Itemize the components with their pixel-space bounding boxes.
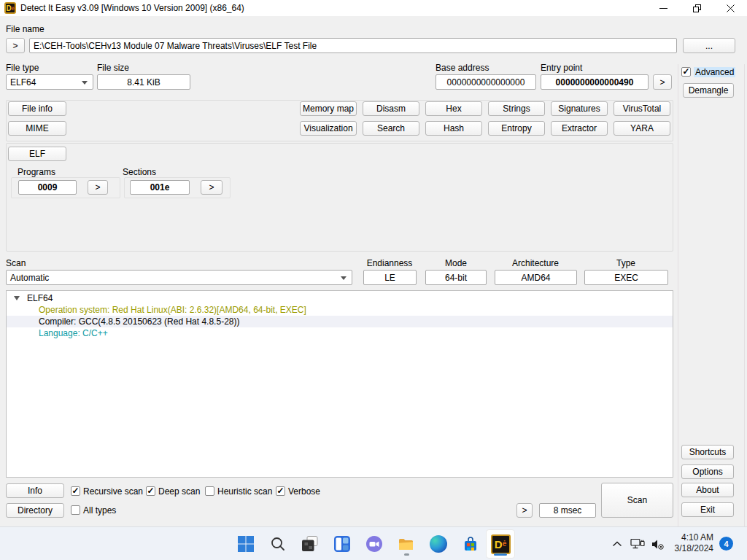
endianness-value[interactable]: LE	[363, 270, 417, 285]
network-tray-button[interactable]	[627, 529, 648, 559]
tray-clock[interactable]: 4:10 AM 3/18/2024	[667, 532, 713, 556]
collapse-arrow-icon[interactable]	[14, 296, 20, 300]
tray-date: 3/18/2024	[667, 543, 713, 554]
start-icon	[237, 535, 255, 553]
tree-row-root[interactable]: ELF64	[7, 292, 673, 304]
close-icon	[727, 4, 735, 12]
recursive-scan-checkbox[interactable]	[71, 486, 80, 496]
edge-button[interactable]	[424, 529, 453, 559]
mode-value[interactable]: 64-bit	[425, 270, 487, 285]
hex-button[interactable]: Hex	[425, 101, 482, 116]
strings-button[interactable]: Strings	[488, 101, 545, 116]
restore-icon	[693, 4, 701, 12]
info-button[interactable]: Info	[6, 483, 64, 498]
all-types-checkbox[interactable]	[71, 505, 80, 515]
chevron-down-icon	[82, 81, 88, 85]
entry-point-label: Entry point	[541, 63, 582, 73]
entry-point-input[interactable]: 0000000000000490	[541, 74, 649, 90]
taskbar: Dė 4:10 AM 3/18/2024 4	[0, 526, 747, 560]
type-value[interactable]: EXEC	[584, 270, 668, 285]
tray-chevron-button[interactable]	[607, 529, 627, 559]
restore-button[interactable]	[680, 0, 713, 16]
browse-button[interactable]: ...	[683, 38, 735, 53]
base-address-input[interactable]: 0000000000000000	[436, 74, 536, 90]
scan-mode-select[interactable]: Automatic	[6, 270, 352, 285]
heuristic-scan-checkbox[interactable]	[205, 486, 214, 496]
tree-row-operation-system[interactable]: Operation system: Red Hat Linux(ABI: 2.6…	[7, 304, 673, 316]
store-icon	[462, 535, 479, 553]
tree-row-language[interactable]: Language: C/C++	[7, 327, 673, 339]
volume-muted-icon	[651, 539, 665, 550]
log-goto-button[interactable]: >	[516, 503, 533, 518]
yara-button[interactable]: YARA	[614, 121, 670, 136]
demangle-button[interactable]: Demangle	[683, 83, 734, 98]
programs-count[interactable]: 0009	[18, 180, 77, 195]
volume-tray-button[interactable]	[648, 529, 668, 559]
deep-scan-label: Deep scan	[158, 486, 200, 497]
search-button[interactable]: Search	[363, 121, 419, 136]
close-button[interactable]	[713, 0, 747, 16]
scan-results-tree: ELF64 Operation system: Red Hat Linux(AB…	[6, 290, 673, 478]
window-title: Detect It Easy v3.09 [Windows 10 Version…	[20, 3, 244, 13]
task-view-button[interactable]	[295, 529, 325, 559]
architecture-value[interactable]: AMD64	[495, 270, 577, 285]
exit-button[interactable]: Exit	[681, 502, 734, 517]
sections-count[interactable]: 001e	[130, 180, 190, 195]
search-button-taskbar[interactable]	[263, 529, 293, 559]
entropy-button[interactable]: Entropy	[488, 121, 545, 136]
chat-icon	[365, 535, 383, 553]
tray-time: 4:10 AM	[667, 532, 713, 543]
memory-map-button[interactable]: Memory map	[300, 101, 357, 116]
die-main-window: File name > ... File type File size Base…	[0, 16, 747, 526]
file-size-value[interactable]: 8.41 KiB	[97, 74, 190, 90]
virustotal-button[interactable]: VirusTotal	[614, 101, 670, 116]
programs-label: Programs	[18, 167, 55, 177]
deep-scan-checkbox[interactable]	[146, 486, 155, 496]
advanced-checkbox[interactable]	[681, 67, 691, 77]
open-file-button[interactable]: >	[6, 38, 25, 53]
file-info-button[interactable]: File info	[8, 101, 66, 116]
recursive-scan-label: Recursive scan	[83, 486, 143, 497]
tab-elf[interactable]: ELF	[8, 147, 66, 161]
about-button[interactable]: About	[681, 483, 734, 497]
shortcuts-button[interactable]: Shortcuts	[681, 445, 734, 459]
minimize-button[interactable]	[646, 0, 680, 16]
chevron-up-icon	[612, 541, 622, 547]
sections-label: Sections	[123, 167, 156, 177]
elapsed-time-value[interactable]: 8 msec	[539, 503, 596, 518]
extractor-button[interactable]: Extractor	[551, 121, 608, 136]
advanced-label: Advanced	[694, 67, 735, 77]
notification-badge[interactable]: 4	[719, 537, 733, 551]
heuristic-scan-label: Heuristic scan	[217, 486, 272, 497]
titlebar: Dė Detect It Easy v3.09 [Windows 10 Vers…	[0, 0, 747, 16]
hash-button[interactable]: Hash	[425, 121, 482, 136]
chat-button[interactable]	[360, 529, 389, 559]
verbose-checkbox[interactable]	[276, 486, 285, 496]
minimize-icon	[659, 4, 667, 12]
directory-button[interactable]: Directory	[6, 503, 64, 518]
mode-label: Mode	[412, 258, 500, 268]
store-button[interactable]	[456, 529, 485, 559]
start-button[interactable]	[231, 529, 260, 559]
tree-root-label: ELF64	[27, 293, 53, 303]
signatures-button[interactable]: Signatures	[551, 101, 608, 116]
sections-goto-button[interactable]: >	[201, 180, 222, 195]
disasm-button[interactable]: Disasm	[363, 101, 419, 116]
widgets-button[interactable]	[328, 529, 357, 559]
base-address-label: Base address	[436, 63, 489, 73]
entry-point-goto-button[interactable]: >	[653, 74, 672, 90]
scan-button[interactable]: Scan	[601, 483, 673, 518]
tree-row-compiler[interactable]: Compiler: GCC(4.8.5 20150623 (Red Hat 4.…	[7, 316, 673, 327]
file-size-label: File size	[97, 63, 129, 73]
mime-button[interactable]: MIME	[8, 121, 66, 136]
file-path-input[interactable]	[29, 38, 677, 53]
file-type-select[interactable]: ELF64	[6, 74, 93, 90]
all-types-label: All types	[83, 505, 116, 516]
file-explorer-icon	[398, 535, 415, 553]
programs-goto-button[interactable]: >	[88, 180, 108, 195]
die-app-icon: Dė	[4, 2, 16, 14]
file-explorer-running-indicator	[404, 553, 409, 556]
options-button[interactable]: Options	[681, 464, 734, 479]
file-type-label: File type	[6, 63, 39, 73]
visualization-button[interactable]: Visualization	[300, 121, 357, 136]
